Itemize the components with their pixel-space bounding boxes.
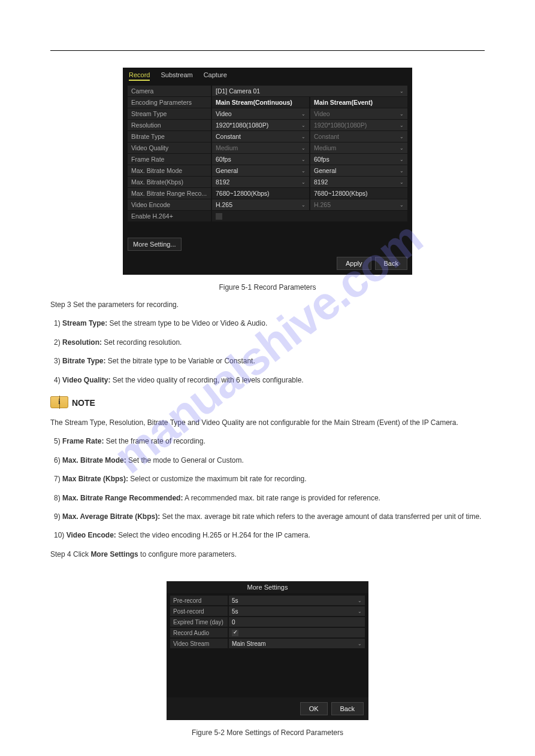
col-mainstream-event-value: Main Stream(Event): [314, 99, 373, 106]
label-expiredtime: Expired Time (day): [170, 617, 228, 627]
row-videoencode: Video Encode H.265⌄ H.265⌄: [128, 199, 407, 210]
input-expiredtime[interactable]: 0: [229, 617, 365, 627]
bullet-videoencode-t: Select the video encoding H.265 or H.264…: [116, 531, 310, 539]
back-button-2[interactable]: Back: [331, 702, 364, 715]
select-videoencode-2-value: H.265: [314, 201, 331, 208]
chevron-down-icon: ⌄: [400, 202, 404, 208]
bullet-framerate-t: Set the frame rate of recording.: [104, 437, 205, 445]
select-streamtype-2-value: Video: [314, 110, 330, 117]
label-postrecord: Post-record: [170, 606, 228, 616]
bullet-maxbitraterange-t: A recommended max. bit rate range is pro…: [183, 494, 380, 502]
row-postrecord: Post-record 5s⌄: [170, 606, 365, 616]
select-camera[interactable]: [D1] Camera 01 ⌄: [212, 86, 407, 96]
select-streamtype-1[interactable]: Video⌄: [212, 108, 309, 119]
value-maxbitraterange-2-text: 7680~12800(Kbps): [314, 190, 368, 197]
select-framerate-1-value: 60fps: [216, 156, 231, 163]
chevron-down-icon: ⌄: [358, 609, 362, 614]
checkbox-enableh264plus[interactable]: [216, 213, 222, 220]
select-videoencode-1[interactable]: H.265⌄: [212, 199, 309, 210]
checkbox-enableh264plus-cell: [212, 211, 407, 221]
apply-button[interactable]: Apply: [337, 257, 371, 270]
label-encoding: Encoding Parameters: [128, 97, 211, 108]
select-bitratetype-1[interactable]: Constant⌄: [212, 131, 309, 142]
note-label: NOTE: [72, 398, 95, 408]
row-videoquality: Video Quality Medium⌄ Medium⌄: [128, 142, 407, 153]
step4-btn: More Settings: [90, 550, 138, 558]
more-settings-footer: OK Back: [167, 697, 368, 720]
select-bitratetype-1-value: Constant: [216, 133, 241, 140]
col-mainstream-continuous: Main Stream(Continuous): [212, 97, 309, 108]
select-maxbitratemode-1[interactable]: General⌄: [212, 165, 309, 176]
chevron-down-icon: ⌄: [400, 134, 404, 139]
label-camera: Camera: [128, 86, 211, 96]
bullet-videoquality-b: Video Quality:: [62, 376, 110, 384]
select-videoencode-1-value: H.265: [216, 201, 232, 208]
select-maxbitratemode-1-value: General: [216, 167, 238, 174]
bullet-resolution: 2) Resolution: Set recording resolution.: [54, 338, 485, 348]
select-bitratetype-2-value: Constant: [314, 133, 339, 140]
label-videostream: Video Stream: [170, 639, 228, 648]
select-videostream-value: Main Stream: [232, 640, 266, 647]
label-framerate: Frame Rate: [128, 154, 211, 165]
select-prerecord[interactable]: 5s⌄: [229, 596, 365, 605]
col-mainstream-continuous-value: Main Stream(Continuous): [216, 99, 292, 106]
bullet-videoquality: 4) Video Quality: Set the video quality …: [54, 375, 485, 385]
more-settings-panel: More Settings Pre-record 5s⌄ Post-record…: [167, 581, 368, 720]
bullet-maxbitrate-t: Select or customize the maximum bit rate…: [128, 475, 306, 483]
tab-record[interactable]: Record: [129, 71, 150, 81]
bullet-bitratetype-b: Bitrate Type:: [62, 357, 105, 365]
select-maxbitratemode-2[interactable]: General⌄: [310, 165, 407, 176]
checkbox-recordaudio[interactable]: [232, 630, 238, 636]
chevron-down-icon: ⌄: [400, 111, 404, 117]
select-videostream[interactable]: Main Stream⌄: [229, 639, 365, 648]
apply-button-label: Apply: [346, 260, 362, 267]
bullet-maxavgbitrate: 9) Max. Average Bitrate (Kbps): Set the …: [54, 512, 485, 522]
record-grid: Camera [D1] Camera 01 ⌄ Encoding Paramet…: [123, 83, 412, 221]
tab-substream[interactable]: Substream: [161, 71, 192, 81]
bullet-videoquality-t: Set the video quality of recording, with…: [110, 376, 303, 384]
select-camera-value: [D1] Camera 01: [216, 87, 260, 95]
chevron-down-icon: ⌄: [400, 145, 404, 151]
row-maxbitratemode: Max. Bitrate Mode General⌄ General⌄: [128, 165, 407, 176]
bullet-framerate: 5) Frame Rate: Set the frame rate of rec…: [54, 436, 485, 447]
row-bitratetype: Bitrate Type Constant⌄ Constant⌄: [128, 131, 407, 142]
select-maxbitrate-2[interactable]: 8192⌄: [310, 177, 407, 187]
record-parameters-panel: Record Substream Capture Camera [D1] Cam…: [123, 68, 412, 275]
select-framerate-1[interactable]: 60fps⌄: [212, 154, 309, 165]
bullet-bitratetype: 3) Bitrate Type: Set the bitrate type to…: [54, 356, 485, 366]
select-framerate-2[interactable]: 60fps⌄: [310, 154, 407, 165]
panel1-footer: Apply Back: [123, 251, 412, 275]
row-encoding: Encoding Parameters Main Stream(Continuo…: [128, 97, 407, 108]
note-text-body: The Stream Type, Resolution, Bitrate Typ…: [50, 418, 485, 428]
step4-pre: Click: [71, 550, 91, 558]
ok-button-label: OK: [309, 705, 319, 712]
step4-num: Step 4: [50, 550, 71, 558]
select-resolution-1[interactable]: 1920*1080(1080P)⌄: [212, 120, 309, 130]
bullet-bitratetype-t: Set the bitrate type to be Variable or C…: [105, 357, 255, 365]
bullet-maxavgbitrate-t: Set the max. average bit rate which refe…: [160, 512, 481, 521]
more-setting-button[interactable]: More Setting...: [128, 238, 182, 251]
back-button[interactable]: Back: [375, 257, 407, 270]
value-maxbitraterange-2: 7680~12800(Kbps): [310, 188, 407, 199]
more-setting-button-label: More Setting...: [133, 241, 176, 248]
select-postrecord[interactable]: 5s⌄: [229, 606, 365, 616]
note-block: i NOTE: [50, 396, 485, 409]
header-rule: [50, 50, 485, 51]
select-resolution-1-value: 1920*1080(1080P): [216, 122, 268, 129]
select-maxbitrate-1[interactable]: 8192⌄: [212, 177, 309, 187]
row-streamtype: Stream Type Video⌄ Video⌄: [128, 108, 407, 119]
step4-post: to configure more parameters.: [138, 550, 237, 558]
back-button-label: Back: [384, 260, 398, 267]
bullet-maxbitrate-b: Max Bitrate (Kbps):: [62, 475, 128, 483]
value-maxbitraterange-1-text: 7680~12800(Kbps): [216, 190, 270, 197]
value-maxbitraterange-1: 7680~12800(Kbps): [212, 188, 309, 199]
tab-capture[interactable]: Capture: [204, 71, 227, 81]
chevron-down-icon: ⌄: [400, 157, 404, 162]
label-videoencode: Video Encode: [128, 199, 211, 210]
bullet-videoencode-b: Video Encode:: [67, 531, 116, 539]
ok-button[interactable]: OK: [300, 702, 328, 715]
chevron-down-icon: ⌄: [301, 180, 306, 185]
row-framerate: Frame Rate 60fps⌄ 60fps⌄: [128, 154, 407, 165]
bullet-maxbitraterange: 8) Max. Bitrate Range Recommended: A rec…: [54, 493, 485, 503]
more-settings-title: More Settings: [167, 581, 368, 593]
